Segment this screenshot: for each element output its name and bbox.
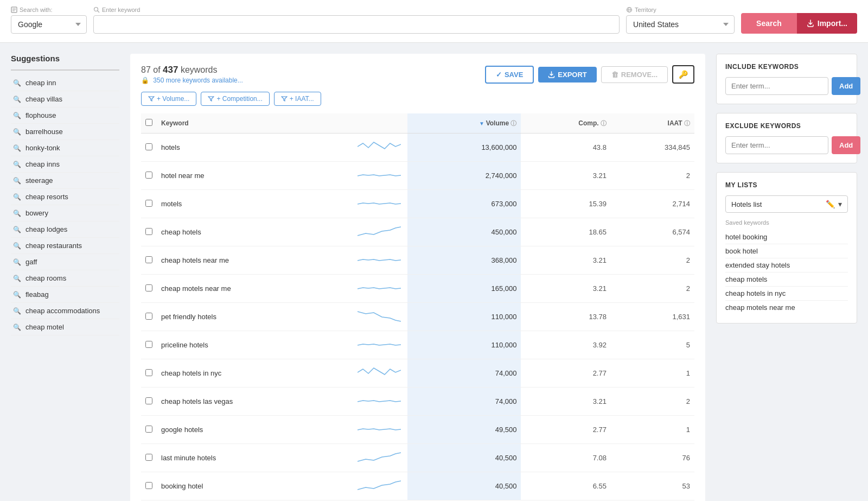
remove-button[interactable]: 🗑 REMOVE... — [601, 66, 668, 83]
svg-point-4 — [94, 8, 98, 11]
row-checkbox-cell[interactable] — [141, 331, 157, 359]
chart-cell — [353, 388, 407, 416]
suggestion-item[interactable]: 🔍cheap rooms — [11, 270, 119, 287]
search-button[interactable]: Search — [741, 13, 797, 34]
select-all-checkbox[interactable] — [145, 119, 152, 126]
suggestion-item[interactable]: 🔍cheap resorts — [11, 189, 119, 205]
keyword-input[interactable]: cheap hotels — [93, 15, 620, 34]
include-term-input[interactable] — [725, 77, 828, 95]
search-icon: 🔍 — [13, 291, 21, 299]
trend-chart — [358, 139, 401, 154]
row-checkbox[interactable] — [145, 172, 152, 179]
row-checkbox-cell[interactable] — [141, 275, 157, 303]
suggestions-list: 🔍cheap inn🔍cheap villas🔍flophouse🔍barrel… — [11, 69, 119, 335]
iaat-cell: 2 — [611, 388, 694, 416]
comp-cell: 3.21 — [521, 162, 610, 190]
search-icon: 🔍 — [13, 307, 21, 315]
row-checkbox-cell[interactable] — [141, 162, 157, 190]
search-engine-select[interactable]: Google — [11, 15, 87, 34]
row-checkbox[interactable] — [145, 454, 152, 461]
chart-cell — [353, 331, 407, 359]
suggestion-item[interactable]: 🔍bowery — [11, 205, 119, 221]
row-checkbox-cell[interactable] — [141, 303, 157, 331]
list-selector[interactable]: Hotels list ✏️ ▾ — [725, 195, 848, 213]
saved-keyword-item: extended stay hotels — [725, 258, 848, 272]
saved-keyword-item: cheap motels near me — [725, 301, 848, 314]
select-all-header[interactable] — [141, 113, 157, 134]
right-panel: INCLUDE KEYWORDS Add EXCLUDE KEYWORDS Ad… — [716, 54, 857, 501]
save-button[interactable]: ✓ SAVE — [485, 66, 534, 84]
volume-col-header[interactable]: ▼ Volume ⓘ — [407, 113, 521, 134]
trend-chart — [358, 280, 401, 295]
suggestion-item[interactable]: 🔍cheap accommodations — [11, 303, 119, 319]
keyword-cell: cheap hotels in nyc — [157, 359, 353, 388]
saved-keyword-item: cheap motels — [725, 272, 848, 287]
suggestion-item[interactable]: 🔍cheap inns — [11, 156, 119, 173]
edit-list-icon[interactable]: ✏️ — [826, 200, 835, 208]
iaat-cell: 76 — [611, 444, 694, 472]
suggestion-item[interactable]: 🔍cheap villas — [11, 91, 119, 107]
suggestion-item[interactable]: 🔍fleabag — [11, 287, 119, 303]
keyword-cell: motels — [157, 190, 353, 218]
trend-chart — [358, 393, 401, 408]
iaat-cell: 334,845 — [611, 134, 694, 162]
comp-cell: 7.08 — [521, 444, 610, 472]
suggestion-item[interactable]: 🔍steerage — [11, 173, 119, 189]
row-checkbox-cell[interactable] — [141, 416, 157, 444]
table-row: last minute hotels 40,500 7.08 76 — [141, 444, 694, 472]
keyword-cell: priceline hotels — [157, 331, 353, 359]
table-row: motels 673,000 15.39 2,714 — [141, 190, 694, 218]
row-checkbox[interactable] — [145, 313, 152, 320]
export-button[interactable]: EXPORT — [538, 67, 596, 83]
include-keywords-section: INCLUDE KEYWORDS Add — [716, 54, 857, 104]
row-checkbox[interactable] — [145, 256, 152, 263]
row-checkbox[interactable] — [145, 143, 152, 150]
suggestion-item[interactable]: 🔍gaff — [11, 254, 119, 270]
suggestion-item[interactable]: 🔍cheap inn — [11, 75, 119, 91]
suggestion-item[interactable]: 🔍honky-tonk — [11, 140, 119, 156]
row-checkbox[interactable] — [145, 397, 152, 404]
main-layout: Suggestions 🔍cheap inn🔍cheap villas🔍flop… — [0, 43, 868, 501]
filter-icon — [208, 96, 214, 102]
list-selector-actions: ✏️ ▾ — [826, 200, 842, 208]
chart-cell — [353, 472, 407, 500]
chevron-down-icon[interactable]: ▾ — [838, 200, 842, 208]
volume-cell: 2,740,000 — [407, 162, 521, 190]
row-checkbox[interactable] — [145, 200, 152, 207]
suggestion-item[interactable]: 🔍barrelhouse — [11, 124, 119, 140]
exclude-input-row: Add — [725, 136, 848, 154]
include-add-button[interactable]: Add — [832, 77, 860, 95]
suggestion-item[interactable]: 🔍cheap lodges — [11, 221, 119, 238]
exclude-add-button[interactable]: Add — [832, 136, 860, 154]
row-checkbox[interactable] — [145, 341, 152, 348]
row-checkbox-cell[interactable] — [141, 359, 157, 388]
row-checkbox-cell[interactable] — [141, 134, 157, 162]
row-checkbox-cell[interactable] — [141, 472, 157, 500]
row-checkbox[interactable] — [145, 369, 152, 376]
suggestion-item[interactable]: 🔍cheap motel — [11, 319, 119, 335]
import-button[interactable]: Import... — [797, 13, 857, 34]
row-checkbox[interactable] — [145, 228, 152, 235]
table-row: cheap hotels in nyc 74,000 2.77 1 — [141, 359, 694, 388]
filter-button[interactable]: + Competition... — [201, 92, 269, 106]
row-checkbox-cell[interactable] — [141, 444, 157, 472]
filter-button[interactable]: + IAAT... — [274, 92, 321, 106]
row-checkbox[interactable] — [145, 482, 152, 489]
chart-col-header — [353, 113, 407, 134]
suggestion-item[interactable]: 🔍cheap restaurants — [11, 238, 119, 254]
filter-button[interactable]: + Volume... — [141, 92, 196, 106]
suggestion-item[interactable]: 🔍flophouse — [11, 107, 119, 124]
key-button[interactable]: 🔑 — [672, 65, 694, 84]
row-checkbox-cell[interactable] — [141, 190, 157, 218]
content-header: 87 of 437 keywords 🔒 350 more keywords a… — [141, 65, 694, 84]
row-checkbox-cell[interactable] — [141, 218, 157, 246]
row-checkbox-cell[interactable] — [141, 388, 157, 416]
exclude-term-input[interactable] — [725, 136, 828, 154]
row-checkbox[interactable] — [145, 426, 152, 433]
iaat-info-icon: ⓘ — [684, 120, 690, 126]
row-checkbox-cell[interactable] — [141, 246, 157, 275]
keyword-cell: cheap hotels — [157, 218, 353, 246]
row-checkbox[interactable] — [145, 284, 152, 291]
territory-select[interactable]: United States — [626, 15, 735, 34]
search-with-label: Search with: — [11, 7, 87, 13]
